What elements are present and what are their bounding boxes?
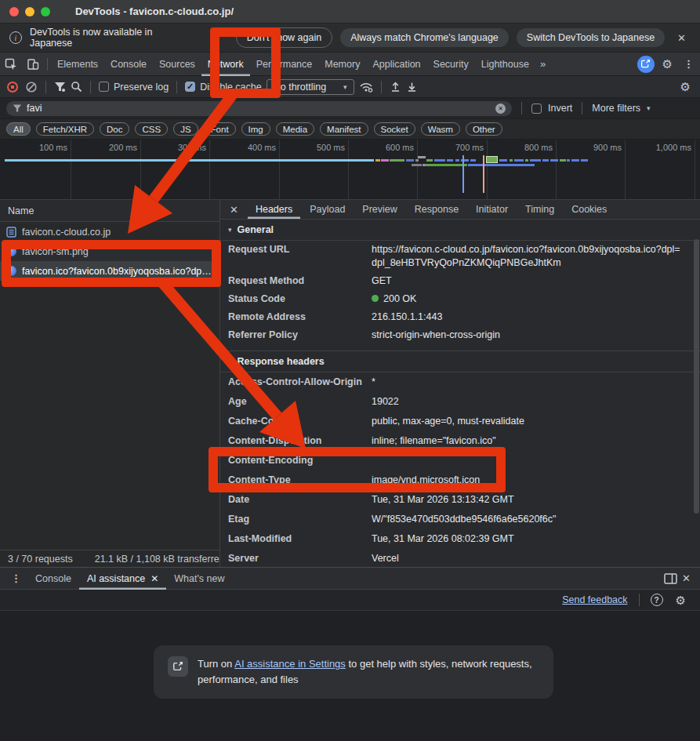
header-key: Last-Modified [228,532,372,546]
chip-doc[interactable]: Doc [100,122,129,136]
request-row[interactable]: favicon.c-cloud.co.jp [0,222,219,242]
search-icon[interactable] [71,81,82,93]
dont-show-again-button[interactable]: Don't show again [236,27,333,48]
tab-application[interactable]: Application [366,53,426,76]
general-section-header[interactable]: ▾ General [220,220,700,241]
chip-wasm[interactable]: Wasm [421,122,460,136]
request-row-selected[interactable]: favicon.ico?favicon.0b9xijyoqosba.ico?dp… [0,261,219,281]
name-column-header[interactable]: Name [0,200,219,222]
throttling-value: No throttling [274,82,326,93]
response-headers-section-header[interactable]: ▾ Response headers [220,351,700,372]
invert-label[interactable]: Invert [548,103,572,114]
invert-checkbox[interactable] [531,104,542,114]
info-icon: i [9,31,22,44]
ai-settings-gear-icon[interactable]: ⚙ [671,594,691,606]
close-details-icon[interactable]: ✕ [225,204,246,216]
filter-input[interactable] [27,103,491,114]
tab-performance[interactable]: Performance [250,53,319,76]
chip-socket[interactable]: Socket [374,122,415,136]
header-key: Content-Encoding [228,454,372,467]
export-har-icon[interactable] [406,81,418,93]
network-overview-timeline[interactable]: 100 ms 200 ms 300 ms 400 ms 500 ms 600 m… [0,140,700,200]
tab-headers[interactable]: Headers [248,200,300,219]
settings-gear-icon[interactable]: ⚙ [658,58,677,70]
tab-lighthouse[interactable]: Lighthouse [475,53,535,76]
waterfall-bar [455,159,459,162]
record-network-log-icon[interactable] [7,82,18,93]
filter-icon[interactable] [54,81,66,93]
close-tab-icon[interactable]: ✕ [151,573,158,584]
help-icon[interactable]: ? [651,594,663,606]
tab-preview[interactable]: Preview [354,200,404,219]
zoom-window-button[interactable] [41,7,50,16]
tick-label: 100 ms [39,140,71,199]
devtools-menu-icon[interactable]: ⋮ [677,58,700,70]
scrollbar[interactable] [694,239,699,514]
tab-elements[interactable]: Elements [51,53,104,76]
ai-assistance-badge-icon[interactable] [637,56,655,73]
tab-console[interactable]: Console [104,53,153,76]
preserve-log-checkbox[interactable] [99,82,109,92]
tab-sources[interactable]: Sources [153,53,201,76]
disable-cache-label[interactable]: Disable cache [200,82,262,93]
clear-network-log-icon[interactable] [25,81,38,93]
chip-media[interactable]: Media [276,122,314,136]
waterfall-bar [499,159,507,162]
inspect-element-icon[interactable] [0,58,22,71]
tab-initiator[interactable]: Initiator [468,200,516,219]
request-details-panel: ✕ Headers Payload Preview Response Initi… [220,200,700,567]
network-conditions-icon[interactable] [359,81,373,93]
requests-count: 3 / 70 requests [8,554,73,565]
tab-timing[interactable]: Timing [517,200,562,219]
title-bar: DevTools - favicon.c-cloud.co.jp/ [0,0,700,24]
triangle-down-icon: ▾ [228,226,232,234]
more-tabs-icon[interactable]: » [535,58,549,70]
chevron-down-icon[interactable]: ▾ [647,104,651,112]
device-toolbar-icon[interactable] [22,58,44,71]
chip-css[interactable]: CSS [135,122,168,136]
tab-security[interactable]: Security [427,53,475,76]
drawer-tab-whats-new[interactable]: What's new [166,568,232,590]
header-row: Date Tue, 31 Mar 2026 13:13:42 GMT [220,490,700,510]
network-settings-gear-icon[interactable]: ⚙ [676,81,695,93]
tab-payload[interactable]: Payload [302,200,353,219]
chip-fetch-xhr[interactable]: Fetch/XHR [36,122,94,136]
drawer-tab-console[interactable]: Console [27,568,79,590]
drawer-menu-icon[interactable]: ⋮ [5,572,27,584]
tab-cookies[interactable]: Cookies [564,200,615,219]
tab-network[interactable]: Network [201,53,250,76]
network-toolbar: Preserve log ✓ Disable cache No throttli… [0,76,700,98]
match-language-button[interactable]: Always match Chrome's language [340,28,509,47]
switch-japanese-button[interactable]: Switch DevTools to Japanese [517,28,665,47]
disable-cache-checkbox[interactable]: ✓ [185,82,195,92]
split-panel-icon[interactable] [664,573,677,584]
infobar-close-icon[interactable]: ✕ [673,32,691,44]
chip-all[interactable]: All [6,122,31,136]
waterfall-bar [581,159,588,162]
waterfall-bar [530,159,541,162]
minimize-window-button[interactable] [25,7,34,16]
request-name: favicon.ico?favicon.0b9xijyoqosba.ico?dp… [22,266,212,277]
chip-js[interactable]: JS [173,122,198,136]
header-key: Server [228,552,372,565]
drawer-tab-ai-assistance[interactable]: AI assistance ✕ [79,568,166,590]
waterfall-bar [425,164,467,166]
clear-filter-icon[interactable]: ✕ [495,104,506,114]
close-drawer-icon[interactable]: ✕ [677,572,695,584]
chip-img[interactable]: Img [241,122,270,136]
import-har-icon[interactable] [390,81,401,93]
tick-label: 500 ms [317,140,348,199]
throttling-select[interactable]: No throttling ▾ [267,79,354,95]
chip-manifest[interactable]: Manifest [320,122,368,136]
chip-font[interactable]: Font [204,122,236,136]
tab-memory[interactable]: Memory [318,53,366,76]
preserve-log-label[interactable]: Preserve log [114,82,169,93]
ai-settings-link[interactable]: AI assistance in Settings [234,658,346,670]
chip-other[interactable]: Other [466,122,502,136]
close-window-button[interactable] [9,7,19,16]
header-key: Access-Control-Allow-Origin [228,376,372,389]
send-feedback-link[interactable]: Send feedback [562,594,627,605]
request-row[interactable]: favicon-sm.png [0,242,219,261]
more-filters-button[interactable]: More filters [592,103,640,114]
tab-response[interactable]: Response [407,200,466,219]
